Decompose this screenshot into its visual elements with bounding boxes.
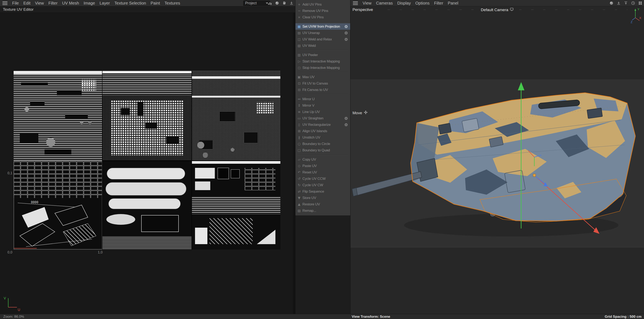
status-bar: Zoom: 86.0% View Transform: Scene Grid S… xyxy=(0,314,644,319)
tank-hull[interactable] xyxy=(411,93,635,221)
command-boundary-to-quad[interactable]: □Boundary to Quad xyxy=(296,147,350,154)
command-start-interactive-mapping[interactable]: ▷Start Interactive Mapping xyxy=(296,58,350,64)
tank-model[interactable] xyxy=(350,13,644,314)
orientation-axis-gizmo[interactable]: Y X Z xyxy=(630,7,642,24)
add-uv-pins-icon: + xyxy=(297,2,301,6)
3d-viewport[interactable]: Perspective Default Camera Y X Z xyxy=(350,6,644,314)
svg-text:0000: 0000 xyxy=(31,200,38,204)
command-uv-weld-and-relax[interactable]: ◫UV Weld and Relax xyxy=(296,36,350,42)
command-label: Fit UV to Canvas xyxy=(302,82,348,86)
layout-grid-icon[interactable] xyxy=(638,0,643,6)
command-uv-straighten[interactable]: ▭UV Straighten xyxy=(296,115,350,122)
sphere-icon[interactable] xyxy=(274,0,280,6)
separator xyxy=(297,155,348,155)
command-remap[interactable]: ▨Remap... xyxy=(296,208,350,214)
uv-tile-6[interactable] xyxy=(192,161,280,250)
hamburger-menu-icon[interactable] xyxy=(2,2,8,5)
gear-icon[interactable] xyxy=(344,123,348,127)
menu-item-file[interactable]: File xyxy=(10,1,21,6)
command-mirror-v[interactable]: ↕Mirror V xyxy=(296,102,350,109)
camera-label[interactable]: Default Camera xyxy=(478,8,516,12)
command-label: Store UV xyxy=(302,196,348,200)
viewport-menu: ViewCamerasDisplayOptionsFilterPanel xyxy=(360,0,460,6)
command-mirror-u[interactable]: ↔Mirror U xyxy=(296,96,350,102)
command-label: UV Weld xyxy=(302,44,348,48)
command-max-uv[interactable]: ▣Max UV xyxy=(296,74,350,80)
command-paste-uv[interactable]: ◇Paste UV xyxy=(296,163,350,169)
command-restore-uv[interactable]: ▲Restore UV xyxy=(296,201,350,208)
menu-item-options[interactable]: Options xyxy=(413,1,432,6)
view-mode-label[interactable]: Perspective xyxy=(352,8,374,12)
scrollbar[interactable] xyxy=(293,0,295,314)
gear-icon[interactable] xyxy=(344,116,348,120)
project-dropdown[interactable]: Project xyxy=(243,0,270,6)
command-unstitch-uv[interactable]: ∦Unstitch UV xyxy=(296,134,350,141)
project-dropdown-label: Project xyxy=(245,1,257,5)
command-boundary-to-circle[interactable]: ○Boundary to Circle xyxy=(296,141,350,147)
line-up-uv-icon: ≡ xyxy=(297,110,301,114)
uv-editor-menubar: FileEditViewFilterUV MeshImageLayerTextu… xyxy=(0,0,295,6)
uv-tile-4[interactable]: 0000 xyxy=(14,161,102,250)
uv-tile-3[interactable] xyxy=(192,71,280,161)
separator xyxy=(297,94,348,95)
uv-canvas[interactable]: 0000 xyxy=(0,13,293,314)
command-uv-weld[interactable]: ▧UV Weld xyxy=(296,42,350,49)
uv-layout-image[interactable]: 0000 xyxy=(14,71,280,250)
menu-item-view[interactable]: View xyxy=(360,1,374,6)
command-reset-uv[interactable]: ↶Reset UV xyxy=(296,169,350,176)
hand-icon[interactable] xyxy=(282,0,287,6)
menu-item-cameras[interactable]: Cameras xyxy=(374,1,395,6)
gear-icon[interactable] xyxy=(344,24,348,29)
download-icon[interactable] xyxy=(616,0,621,6)
command-label: Copy UV xyxy=(302,158,348,162)
gear-icon[interactable] xyxy=(344,31,348,35)
menu-item-texture-selection[interactable]: Texture Selection xyxy=(112,1,148,6)
command-flip-sequence[interactable]: ⇄Flip Sequence xyxy=(296,188,350,195)
separator xyxy=(297,72,348,72)
command-uv-peeler[interactable]: ▥UV Peeler xyxy=(296,52,350,58)
download-icon[interactable] xyxy=(289,0,294,6)
command-set-uvw-from-projection[interactable]: ▦Set UVW from Projection xyxy=(296,23,350,30)
command-stop-interactive-mapping[interactable]: ◻Stop Interactive Mapping xyxy=(296,64,350,71)
command-uv-rectangularize[interactable]: ▯UV Rectangularize xyxy=(296,122,350,128)
render-sphere-icon[interactable] xyxy=(609,0,614,6)
menu-item-filter[interactable]: Filter xyxy=(46,1,60,6)
command-copy-uv[interactable]: ▱Copy UV xyxy=(296,156,350,163)
hamburger-menu-icon[interactable] xyxy=(353,2,358,5)
command-uv-unwrap[interactable]: ▤UV Unwrap xyxy=(296,30,350,36)
command-clear-uv-pins[interactable]: ×Clear UV Pins xyxy=(296,14,350,20)
command-cycle-uv-ccw[interactable]: ↺Cycle UV CCW xyxy=(296,176,350,182)
command-store-uv[interactable]: ▼Store UV xyxy=(296,195,350,201)
command-fit-uv-to-canvas[interactable]: ⊡Fit UV to Canvas xyxy=(296,80,350,86)
menu-item-paint[interactable]: Paint xyxy=(148,1,162,6)
uv-tile-2[interactable] xyxy=(102,71,192,161)
boundary-to-quad-icon: □ xyxy=(297,148,301,152)
command-remove-uv-pins[interactable]: −Remove UV Pins xyxy=(296,8,350,14)
menu-item-layer[interactable]: Layer xyxy=(97,1,112,6)
menu-item-uv-mesh[interactable]: UV Mesh xyxy=(60,1,81,6)
menu-item-view[interactable]: View xyxy=(33,1,46,6)
command-label: Start Interactive Mapping xyxy=(302,60,348,64)
command-align-uv-islands[interactable]: ⊞Align UV Islands xyxy=(296,128,350,134)
chart-icon[interactable] xyxy=(267,0,272,6)
command-fit-canvas-to-uv[interactable]: ⊟Fit Canvas to UV xyxy=(296,86,350,93)
uv-tile-1[interactable] xyxy=(14,71,102,161)
menu-item-image[interactable]: Image xyxy=(81,1,97,6)
menu-item-edit[interactable]: Edit xyxy=(21,1,32,6)
gear-icon[interactable] xyxy=(344,37,348,42)
menu-item-display[interactable]: Display xyxy=(395,1,413,6)
uv-tile-5[interactable] xyxy=(102,161,192,250)
command-add-uv-pins[interactable]: +Add UV Pins xyxy=(296,1,350,8)
menu-item-filter[interactable]: Filter xyxy=(432,1,446,6)
camera-display-icon[interactable] xyxy=(510,8,514,12)
menu-item-textures[interactable]: Textures xyxy=(162,1,182,6)
active-tool-name: Move xyxy=(352,111,362,115)
command-cycle-uv-cw[interactable]: ↻Cycle UV CW xyxy=(296,182,350,188)
command-line-up-uv[interactable]: ≡Line Up UV xyxy=(296,109,350,115)
uv-axis-indicator: V U xyxy=(2,294,21,313)
menu-item-panel[interactable]: Panel xyxy=(446,1,460,6)
tank-gun[interactable] xyxy=(352,158,438,196)
upload-icon[interactable] xyxy=(624,0,628,6)
boundary-to-circle-icon: ○ xyxy=(297,142,301,146)
history-clock-icon[interactable] xyxy=(630,0,636,6)
